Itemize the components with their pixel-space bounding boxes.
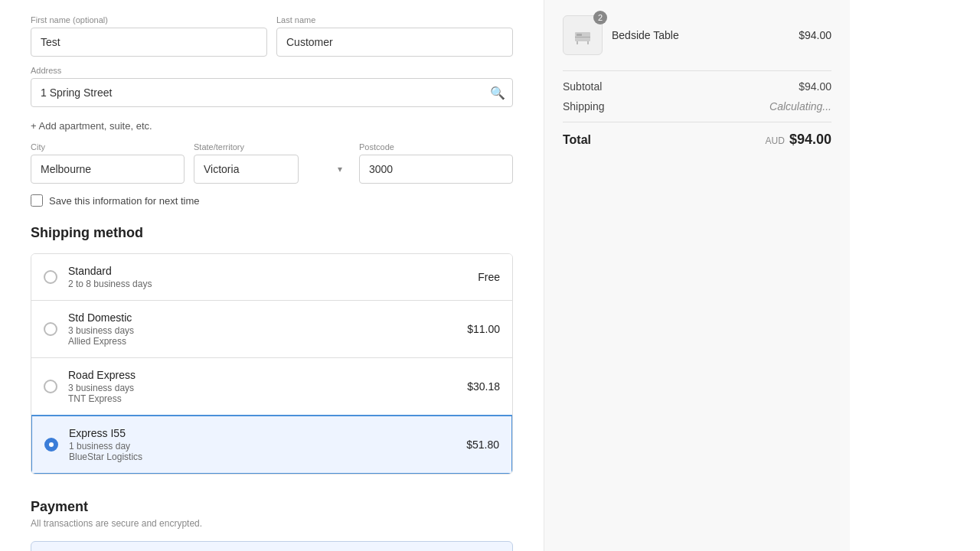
save-info-row: Save this information for next time [31,194,513,207]
payment-section-title: Payment [31,499,513,515]
payment-method-header[interactable]: Credit card B [31,541,513,551]
road-express-name: Road Express [68,369,467,381]
total-row: Total AUD $94.00 [563,132,831,148]
shipping-option-road-express[interactable]: Road Express 3 business days TNT Express… [31,358,512,416]
state-group: State/territory Victoria New South Wales… [194,142,350,184]
total-currency: AUD [766,135,785,146]
item-name: Bedside Table [612,29,789,41]
order-summary: 2 Bedside Table $94.00 Subtotal $94.00 S… [544,0,850,551]
express-i55-price: $51.80 [466,439,499,451]
total-value-group: AUD $94.00 [766,132,831,148]
search-icon: 🔍 [490,86,505,99]
road-express-radio[interactable] [44,380,57,393]
express-i55-name: Express I55 [69,427,466,439]
secure-text: All transactions are secure and encrypte… [31,518,513,529]
subtotal-value: $94.00 [799,80,831,93]
shipping-cost-row: Shipping Calculating... [563,100,831,112]
standard-radio[interactable] [44,270,57,284]
item-image-wrapper: 2 [563,15,603,55]
road-express-days: 3 business days [68,383,467,393]
save-info-label[interactable]: Save this information for next time [49,195,200,207]
standard-name: Standard [68,265,478,277]
first-name-label: First name (optional) [31,15,267,24]
checkout-form: First name (optional) Last name Address … [0,0,544,551]
shipping-cost-label: Shipping [563,100,605,112]
standard-days: 2 to 8 business days [68,279,478,289]
postcode-label: Postcode [359,142,513,152]
standard-details: Standard 2 to 8 business days [68,265,478,289]
state-select-wrapper: Victoria New South Wales Queensland West… [194,155,350,184]
shipping-options-list: Standard 2 to 8 business days Free Std D… [31,253,513,474]
road-express-price: $30.18 [467,380,500,393]
bedside-table-icon [572,24,593,46]
shipping-option-express-i55[interactable]: Express I55 1 business day BlueStar Logi… [31,415,513,474]
svg-rect-4 [577,34,582,36]
total-label: Total [563,133,591,147]
shipping-section: Shipping method Standard 2 to 8 business… [31,225,513,474]
city-state-postcode-row: City State/territory Victoria New South … [31,142,513,184]
add-apartment-link[interactable]: + Add apartment, suite, etc. [31,120,152,132]
subtotal-label: Subtotal [563,80,602,93]
last-name-label: Last name [276,15,513,24]
last-name-group: Last name [276,15,513,57]
first-name-group: First name (optional) [31,15,267,57]
express-i55-details: Express I55 1 business day BlueStar Logi… [69,427,466,462]
save-info-checkbox[interactable] [31,194,43,207]
express-i55-radio[interactable] [44,438,58,452]
address-group: Address 🔍 [31,66,513,113]
state-label: State/territory [194,142,350,152]
city-group: City [31,142,185,184]
first-name-input[interactable] [31,28,267,57]
shipping-option-std-domestic[interactable]: Std Domestic 3 business days Allied Expr… [31,301,512,358]
express-i55-days: 1 business day [69,441,466,452]
std-domestic-details: Std Domestic 3 business days Allied Expr… [68,311,467,347]
svg-rect-2 [577,41,578,44]
std-domestic-days: 3 business days [68,325,467,336]
express-i55-provider: BlueStar Logistics [69,452,466,462]
city-input[interactable] [31,155,185,184]
address-input[interactable] [31,78,513,107]
postcode-group: Postcode [359,142,513,184]
shipping-option-standard[interactable]: Standard 2 to 8 business days Free [31,254,512,301]
std-domestic-radio[interactable] [44,322,57,336]
road-express-provider: TNT Express [68,393,467,404]
address-label: Address [31,66,513,75]
shipping-cost-value: Calculating... [769,100,831,112]
road-express-details: Road Express 3 business days TNT Express [68,369,467,404]
item-price: $94.00 [799,29,831,41]
last-name-input[interactable] [276,28,513,57]
item-quantity-badge: 2 [593,11,607,24]
subtotal-row: Subtotal $94.00 [563,80,831,93]
address-wrapper: 🔍 [31,78,513,107]
svg-rect-3 [587,41,589,44]
svg-rect-1 [575,37,590,37]
address-search-button[interactable]: 🔍 [490,86,505,100]
state-select[interactable]: Victoria New South Wales Queensland West… [194,155,299,184]
standard-price: Free [478,271,500,283]
std-domestic-provider: Allied Express [68,336,467,347]
std-domestic-price: $11.00 [467,323,500,335]
postcode-input[interactable] [359,155,513,184]
order-divider-2 [563,122,831,122]
city-label: City [31,142,185,152]
total-amount: $94.00 [789,132,831,148]
std-domestic-name: Std Domestic [68,311,467,324]
order-item: 2 Bedside Table $94.00 [563,15,831,55]
name-row: First name (optional) Last name [31,15,513,57]
shipping-section-title: Shipping method [31,225,513,241]
payment-section: Payment All transactions are secure and … [31,499,513,551]
order-divider-1 [563,70,831,71]
